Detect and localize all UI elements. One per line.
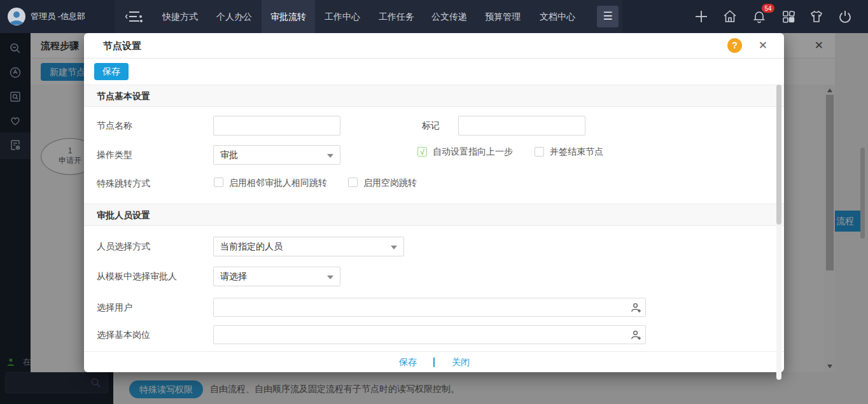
notification-badge: 54: [761, 3, 775, 13]
row-person-select: 人员选择方式 当前指定的人员: [97, 237, 784, 256]
theme-shirt-icon[interactable]: [809, 9, 824, 24]
adjacent-jump-checkbox[interactable]: [214, 178, 223, 187]
chevron-down-icon: [391, 246, 397, 249]
mark-input[interactable]: [458, 116, 585, 136]
footer-close-link[interactable]: 关闭: [452, 357, 470, 368]
select-user-input[interactable]: [213, 298, 646, 317]
operation-type-label: 操作类型: [97, 150, 132, 161]
select-position-label: 选择基本岗位: [97, 330, 150, 341]
menu-collapse-icon[interactable]: [125, 10, 143, 24]
row-select-position: 选择基本岗位: [97, 325, 784, 344]
row-select-user: 选择用户: [97, 298, 784, 317]
modal-toolbar: 保存: [84, 59, 784, 85]
select-position-input[interactable]: [213, 325, 646, 344]
plus-icon[interactable]: [694, 9, 709, 24]
modal-footer: 保存 关闭: [84, 351, 784, 372]
node-name-input[interactable]: [213, 116, 340, 136]
person-select-label: 人员选择方式: [97, 241, 150, 253]
top-navigation-bar: 管理员 -信息部 快捷方式 个人办公 审批流转 工作中心 工作任务 公文传递 预…: [0, 0, 868, 33]
select-user-label: 选择用户: [97, 302, 132, 314]
save-button[interactable]: 保存: [94, 63, 129, 80]
footer-save-link[interactable]: 保存: [399, 357, 417, 368]
nav-item-budget[interactable]: 预算管理: [476, 0, 529, 33]
auto-point-label: 自动设置指向上一步: [433, 146, 513, 158]
row-operation-type: 操作类型 审批 √ 自动设置指向上一步 并签结束节点: [97, 145, 784, 165]
section-basic-settings: 节点基本设置: [84, 85, 784, 107]
user-name[interactable]: 管理员 -信息部: [31, 11, 85, 22]
node-settings-modal: 节点设置 ? ✕ 保存 节点基本设置 节点名称 标记 操作类型 审批 √ 自动设…: [84, 33, 784, 372]
auto-point-checkbox[interactable]: √: [417, 147, 427, 157]
more-menu-icon[interactable]: ☰: [597, 6, 619, 27]
modal-scrollbar[interactable]: [776, 85, 781, 380]
row-special-jump: 特殊跳转方式 启用相邻审批人相同跳转 启用空岗跳转: [97, 178, 784, 193]
modal-scrollbar-thumb[interactable]: [776, 85, 781, 225]
close-icon[interactable]: ✕: [759, 39, 767, 52]
nav-item-document-center[interactable]: 文档中心: [531, 0, 584, 33]
special-jump-label: 特殊跳转方式: [97, 178, 150, 190]
person-select-value: 当前指定的人员: [220, 241, 283, 253]
vacant-jump-label: 启用空岗跳转: [363, 178, 417, 189]
person-add-icon[interactable]: [631, 330, 641, 342]
home-icon[interactable]: [722, 9, 738, 24]
joint-end-label: 并签结束节点: [550, 146, 603, 158]
row-template-approver: 从模板中选择审批人 请选择: [97, 267, 784, 286]
operation-type-select[interactable]: 审批: [213, 145, 340, 165]
modal-header: 节点设置 ? ✕: [84, 33, 784, 59]
mark-label: 标记: [422, 120, 440, 132]
footer-divider: [433, 358, 435, 367]
nav-item-personal-office[interactable]: 个人办公: [207, 0, 261, 33]
nav-item-work-tasks[interactable]: 工作任务: [370, 0, 423, 33]
adjacent-jump-label: 启用相邻审批人相同跳转: [229, 178, 327, 189]
row-node-name: 节点名称 标记: [97, 116, 784, 136]
nav-item-approval-flow[interactable]: 审批流转: [262, 0, 315, 33]
avatar[interactable]: [8, 8, 25, 25]
joint-end-checkbox[interactable]: [535, 147, 544, 157]
section-approver-settings: 审批人员设置: [84, 204, 784, 226]
nav-item-official-document[interactable]: 公文传递: [423, 0, 476, 33]
node-name-label: 节点名称: [97, 120, 132, 132]
chevron-down-icon: [327, 154, 333, 158]
help-icon[interactable]: ?: [727, 38, 742, 53]
modal-title: 节点设置: [103, 40, 141, 52]
template-approver-label: 从模板中选择审批人: [97, 271, 177, 282]
apps-grid-icon[interactable]: [781, 9, 796, 24]
nav-item-shortcuts[interactable]: 快捷方式: [153, 0, 207, 33]
person-select-dropdown[interactable]: 当前指定的人员: [213, 237, 404, 256]
template-approver-dropdown[interactable]: 请选择: [213, 267, 340, 286]
operation-type-value: 审批: [220, 150, 238, 161]
person-add-icon[interactable]: [631, 302, 641, 315]
chevron-down-icon: [327, 275, 333, 279]
vacant-jump-checkbox[interactable]: [348, 178, 358, 187]
power-icon[interactable]: [837, 9, 853, 24]
template-approver-value: 请选择: [220, 271, 247, 282]
nav-item-work-center[interactable]: 工作中心: [316, 0, 369, 33]
